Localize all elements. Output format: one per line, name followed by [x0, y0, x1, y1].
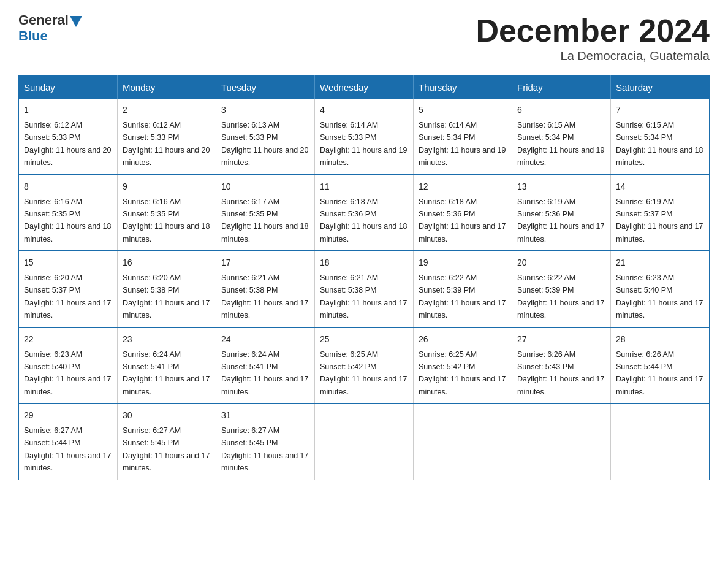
month-title: December 2024: [476, 12, 710, 49]
calendar-cell: [414, 404, 512, 480]
day-info: Sunrise: 6:27 AMSunset: 5:45 PMDaylight:…: [221, 426, 308, 472]
day-number: 14: [616, 180, 704, 193]
title-section: December 2024 La Democracia, Guatemala: [476, 12, 710, 63]
calendar-cell: 1Sunrise: 6:12 AMSunset: 5:33 PMDaylight…: [19, 99, 118, 175]
calendar-cell: 3Sunrise: 6:13 AMSunset: 5:33 PMDaylight…: [216, 99, 315, 175]
day-info: Sunrise: 6:17 AMSunset: 5:35 PMDaylight:…: [221, 197, 308, 243]
day-number: 24: [221, 333, 309, 346]
day-number: 3: [221, 104, 309, 117]
day-info: Sunrise: 6:12 AMSunset: 5:33 PMDaylight:…: [24, 121, 111, 167]
page-header: General Blue December 2024 La Democracia…: [18, 12, 710, 63]
day-info: Sunrise: 6:18 AMSunset: 5:36 PMDaylight:…: [320, 197, 407, 243]
day-info: Sunrise: 6:13 AMSunset: 5:33 PMDaylight:…: [221, 121, 308, 167]
day-info: Sunrise: 6:24 AMSunset: 5:41 PMDaylight:…: [221, 350, 308, 396]
calendar-cell: [611, 404, 710, 480]
day-number: 4: [320, 104, 408, 117]
day-number: 10: [221, 180, 309, 193]
day-info: Sunrise: 6:15 AMSunset: 5:34 PMDaylight:…: [616, 121, 703, 167]
calendar-cell: 31Sunrise: 6:27 AMSunset: 5:45 PMDayligh…: [216, 404, 315, 480]
day-info: Sunrise: 6:15 AMSunset: 5:34 PMDaylight:…: [517, 121, 604, 167]
day-number: 16: [123, 256, 211, 269]
day-info: Sunrise: 6:26 AMSunset: 5:43 PMDaylight:…: [517, 350, 604, 396]
day-info: Sunrise: 6:27 AMSunset: 5:44 PMDaylight:…: [24, 426, 111, 472]
calendar-cell: 4Sunrise: 6:14 AMSunset: 5:33 PMDaylight…: [315, 99, 414, 175]
day-info: Sunrise: 6:23 AMSunset: 5:40 PMDaylight:…: [24, 350, 111, 396]
day-info: Sunrise: 6:20 AMSunset: 5:37 PMDaylight:…: [24, 274, 111, 320]
day-info: Sunrise: 6:20 AMSunset: 5:38 PMDaylight:…: [123, 274, 210, 320]
logo-general-text: General: [18, 12, 69, 28]
calendar-cell: 9Sunrise: 6:16 AMSunset: 5:35 PMDaylight…: [118, 175, 216, 251]
day-info: Sunrise: 6:21 AMSunset: 5:38 PMDaylight:…: [221, 274, 308, 320]
column-header-monday: Monday: [118, 76, 216, 99]
day-number: 17: [221, 256, 309, 269]
day-info: Sunrise: 6:24 AMSunset: 5:41 PMDaylight:…: [123, 350, 210, 396]
calendar-cell: 30Sunrise: 6:27 AMSunset: 5:45 PMDayligh…: [118, 404, 216, 480]
day-number: 26: [419, 333, 507, 346]
day-info: Sunrise: 6:22 AMSunset: 5:39 PMDaylight:…: [419, 274, 506, 320]
calendar-cell: 26Sunrise: 6:25 AMSunset: 5:42 PMDayligh…: [414, 327, 512, 404]
calendar-cell: 13Sunrise: 6:19 AMSunset: 5:36 PMDayligh…: [512, 175, 611, 251]
day-info: Sunrise: 6:27 AMSunset: 5:45 PMDaylight:…: [123, 426, 210, 472]
column-header-sunday: Sunday: [19, 76, 118, 99]
day-info: Sunrise: 6:25 AMSunset: 5:42 PMDaylight:…: [419, 350, 506, 396]
calendar-cell: 7Sunrise: 6:15 AMSunset: 5:34 PMDaylight…: [611, 99, 710, 175]
calendar-cell: 23Sunrise: 6:24 AMSunset: 5:41 PMDayligh…: [118, 327, 216, 404]
day-info: Sunrise: 6:23 AMSunset: 5:40 PMDaylight:…: [616, 274, 703, 320]
calendar-cell: 28Sunrise: 6:26 AMSunset: 5:44 PMDayligh…: [611, 327, 710, 404]
day-number: 23: [123, 333, 211, 346]
day-info: Sunrise: 6:16 AMSunset: 5:35 PMDaylight:…: [123, 197, 210, 243]
calendar-cell: 17Sunrise: 6:21 AMSunset: 5:38 PMDayligh…: [216, 251, 315, 327]
calendar-cell: 25Sunrise: 6:25 AMSunset: 5:42 PMDayligh…: [315, 327, 414, 404]
calendar-cell: [315, 404, 414, 480]
day-number: 19: [419, 256, 507, 269]
day-info: Sunrise: 6:12 AMSunset: 5:33 PMDaylight:…: [123, 121, 210, 167]
day-number: 18: [320, 256, 408, 269]
calendar-cell: 8Sunrise: 6:16 AMSunset: 5:35 PMDaylight…: [19, 175, 118, 251]
column-header-saturday: Saturday: [611, 76, 710, 99]
calendar-cell: 10Sunrise: 6:17 AMSunset: 5:35 PMDayligh…: [216, 175, 315, 251]
day-info: Sunrise: 6:14 AMSunset: 5:33 PMDaylight:…: [320, 121, 407, 167]
day-number: 7: [616, 104, 704, 117]
calendar-cell: 24Sunrise: 6:24 AMSunset: 5:41 PMDayligh…: [216, 327, 315, 404]
calendar-cell: 22Sunrise: 6:23 AMSunset: 5:40 PMDayligh…: [19, 327, 118, 404]
day-number: 30: [123, 409, 211, 422]
calendar-cell: 5Sunrise: 6:14 AMSunset: 5:34 PMDaylight…: [414, 99, 512, 175]
calendar-cell: [512, 404, 611, 480]
day-number: 8: [24, 180, 112, 193]
calendar-cell: 21Sunrise: 6:23 AMSunset: 5:40 PMDayligh…: [611, 251, 710, 327]
logo-blue-text: Blue: [18, 28, 48, 44]
day-number: 27: [517, 333, 605, 346]
calendar-cell: 15Sunrise: 6:20 AMSunset: 5:37 PMDayligh…: [19, 251, 118, 327]
day-number: 22: [24, 333, 112, 346]
day-info: Sunrise: 6:14 AMSunset: 5:34 PMDaylight:…: [419, 121, 506, 167]
day-number: 21: [616, 256, 704, 269]
day-number: 12: [419, 180, 507, 193]
day-info: Sunrise: 6:18 AMSunset: 5:36 PMDaylight:…: [419, 197, 506, 243]
day-number: 6: [517, 104, 605, 117]
calendar-cell: 19Sunrise: 6:22 AMSunset: 5:39 PMDayligh…: [414, 251, 512, 327]
day-info: Sunrise: 6:19 AMSunset: 5:36 PMDaylight:…: [517, 197, 604, 243]
day-number: 29: [24, 409, 112, 422]
calendar-cell: 18Sunrise: 6:21 AMSunset: 5:38 PMDayligh…: [315, 251, 414, 327]
day-number: 13: [517, 180, 605, 193]
location-subtitle: La Democracia, Guatemala: [476, 49, 710, 63]
calendar-cell: 29Sunrise: 6:27 AMSunset: 5:44 PMDayligh…: [19, 404, 118, 480]
day-number: 20: [517, 256, 605, 269]
calendar-cell: 12Sunrise: 6:18 AMSunset: 5:36 PMDayligh…: [414, 175, 512, 251]
day-info: Sunrise: 6:25 AMSunset: 5:42 PMDaylight:…: [320, 350, 407, 396]
calendar-cell: 20Sunrise: 6:22 AMSunset: 5:39 PMDayligh…: [512, 251, 611, 327]
day-number: 31: [221, 409, 309, 422]
calendar-cell: 27Sunrise: 6:26 AMSunset: 5:43 PMDayligh…: [512, 327, 611, 404]
day-number: 15: [24, 256, 112, 269]
day-info: Sunrise: 6:16 AMSunset: 5:35 PMDaylight:…: [24, 197, 111, 243]
calendar-table: SundayMondayTuesdayWednesdayThursdayFrid…: [18, 75, 710, 480]
column-header-wednesday: Wednesday: [315, 76, 414, 99]
calendar-cell: 16Sunrise: 6:20 AMSunset: 5:38 PMDayligh…: [118, 251, 216, 327]
calendar-cell: 6Sunrise: 6:15 AMSunset: 5:34 PMDaylight…: [512, 99, 611, 175]
calendar-cell: 2Sunrise: 6:12 AMSunset: 5:33 PMDaylight…: [118, 99, 216, 175]
column-header-thursday: Thursday: [414, 76, 512, 99]
day-info: Sunrise: 6:19 AMSunset: 5:37 PMDaylight:…: [616, 197, 703, 243]
day-number: 1: [24, 104, 112, 117]
day-info: Sunrise: 6:22 AMSunset: 5:39 PMDaylight:…: [517, 274, 604, 320]
column-header-tuesday: Tuesday: [216, 76, 315, 99]
